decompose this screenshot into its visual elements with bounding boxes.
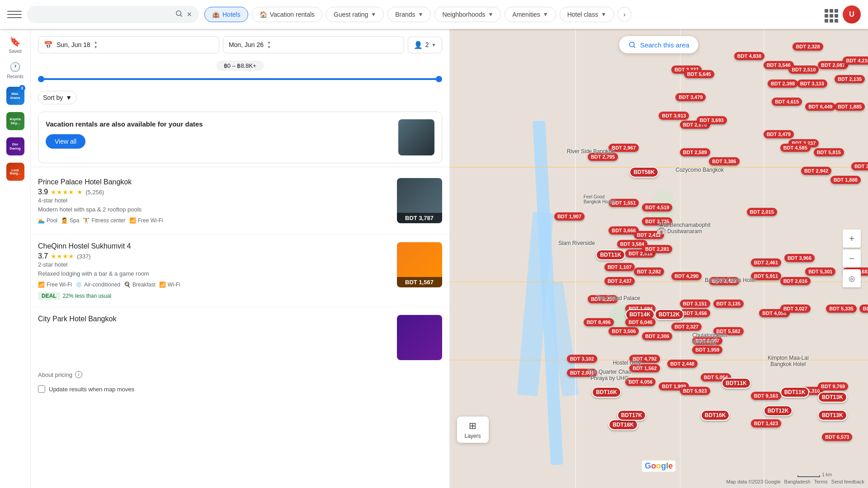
price-marker[interactable]: BDT 2,281 xyxy=(642,245,672,253)
zoom-out-button[interactable]: − xyxy=(843,249,861,267)
view-all-button[interactable]: View all xyxy=(46,134,85,149)
about-pricing[interactable]: About pricing i xyxy=(31,367,449,382)
price-marker[interactable]: BDT 2,015 xyxy=(747,208,777,216)
checkout-arrows[interactable]: ▲ ▼ xyxy=(267,40,271,49)
sidebar-item-watthana[interactable]: Wat-thana 3 xyxy=(2,83,29,108)
slider-thumb-left[interactable] xyxy=(38,76,44,82)
price-marker[interactable]: BDT 9,769 xyxy=(818,382,848,390)
location-button[interactable]: ◎ xyxy=(843,269,861,287)
price-marker[interactable]: BDT 3,107 xyxy=(851,162,868,170)
tab-amenities[interactable]: Amenities ▼ xyxy=(505,7,556,22)
price-marker-featured[interactable]: BDT18K xyxy=(609,419,638,430)
price-marker[interactable]: BDT 3,297 xyxy=(588,295,618,303)
price-marker[interactable]: BDT 5,582 xyxy=(713,327,744,335)
price-marker[interactable]: BDT 5,335 xyxy=(826,305,856,313)
tab-vacation-rentals[interactable]: 🏠 Vacation rentals xyxy=(252,7,322,22)
price-marker[interactable]: BDT 5,301 xyxy=(805,267,835,276)
price-marker-featured[interactable]: BDT11K xyxy=(780,387,810,398)
avatar[interactable]: U xyxy=(843,5,861,23)
price-marker[interactable]: BDT 2,135 xyxy=(835,75,865,83)
price-marker-featured[interactable]: BDT13K xyxy=(818,410,847,421)
down-arrow[interactable]: ▼ xyxy=(94,45,98,49)
tab-guest-rating[interactable]: Guest rating ▼ xyxy=(326,7,384,22)
price-marker[interactable]: BDT 3,693 xyxy=(697,116,727,124)
price-marker-featured[interactable]: BDT11K xyxy=(596,249,625,260)
price-marker[interactable]: BDT 6,449 xyxy=(805,103,835,111)
price-marker[interactable]: BDT 4,792 xyxy=(629,355,660,363)
price-marker[interactable]: BDT 3,456 xyxy=(680,309,710,317)
sidebar-item-saved[interactable]: 🔖 Saved xyxy=(2,33,29,58)
price-marker[interactable]: BDT 3,429 xyxy=(709,277,739,285)
price-marker[interactable]: BDT 2,006 xyxy=(567,369,597,377)
price-marker[interactable]: BDT 5,923 xyxy=(680,387,710,395)
layers-button[interactable]: ⊞ Layers xyxy=(457,417,489,443)
price-marker[interactable]: BDT 6,573 xyxy=(822,433,852,441)
google-apps-icon[interactable] xyxy=(823,7,837,22)
price-marker[interactable]: BDT 2,589 xyxy=(680,148,710,156)
price-marker[interactable]: BDT 3,506 xyxy=(609,327,639,335)
menu-icon[interactable] xyxy=(7,7,22,22)
tab-hotel-class[interactable]: Hotel class ▼ xyxy=(560,7,614,22)
price-marker[interactable]: BDT 5,815 xyxy=(814,148,844,156)
price-marker[interactable]: BDT 3,102 xyxy=(567,355,597,363)
sidebar-item-din-daeng[interactable]: DinDaeng xyxy=(2,134,29,159)
send-feedback-link[interactable]: Send feedback xyxy=(831,479,864,484)
price-marker[interactable]: BDT 6,046 xyxy=(625,318,656,326)
price-marker[interactable]: BDT 1,888 xyxy=(830,176,861,184)
clear-icon[interactable]: × xyxy=(187,10,192,19)
price-marker-featured[interactable]: BDT58K xyxy=(629,167,659,178)
price-marker[interactable]: BDT 2,437 xyxy=(604,277,635,285)
price-marker[interactable]: BDT 4,216 xyxy=(843,56,868,65)
price-marker[interactable]: BDT 4,519 xyxy=(642,203,672,211)
price-marker[interactable]: BDT 2,328 xyxy=(793,42,823,51)
price-marker[interactable]: BDT 2,510 xyxy=(788,66,819,74)
terms-link[interactable]: Terms xyxy=(814,479,828,484)
guest-picker[interactable]: 👤 2 ▼ xyxy=(408,37,442,53)
search-input[interactable]: bangok hotels xyxy=(34,10,171,19)
sidebar-item-aspira[interactable]: AspiraSky... xyxy=(2,108,29,134)
tab-brands[interactable]: Brands ▼ xyxy=(387,7,431,22)
checkin-arrows[interactable]: ▲ ▼ xyxy=(94,40,98,49)
price-marker[interactable]: BDT 2,327 xyxy=(671,323,702,331)
price-marker[interactable]: BDT 6,097 xyxy=(692,337,722,345)
hotel-card-prince-palace[interactable]: Prince Palace Hotel Bangkok 3.9 ★★★★ ★ (… xyxy=(31,171,449,235)
price-marker[interactable]: BDT 1,907 xyxy=(554,212,585,221)
sort-button[interactable]: Sort by ▼ xyxy=(38,91,77,104)
price-marker[interactable]: BDT 2,942 xyxy=(801,167,831,175)
price-marker[interactable]: BDT 1,423 xyxy=(751,419,781,427)
price-marker-featured[interactable]: BDT13K xyxy=(818,392,847,403)
price-marker[interactable]: BDT 3,479 xyxy=(675,93,706,101)
price-marker[interactable]: BDT 4,056 xyxy=(625,378,656,386)
price-marker[interactable]: BDT 4,585 xyxy=(780,144,811,152)
price-marker-featured[interactable]: BDT11K xyxy=(722,378,751,389)
price-marker[interactable]: BDT 3,133 xyxy=(797,80,827,88)
price-marker-featured[interactable]: BDT16K xyxy=(592,387,621,398)
up-arrow[interactable]: ▲ xyxy=(94,40,98,44)
checkout-picker[interactable]: Mon, Jun 26 ▲ ▼ xyxy=(223,36,404,53)
tab-hotels[interactable]: 🏨 Hotels xyxy=(204,7,248,22)
price-marker[interactable]: BDT 5,645 xyxy=(684,70,714,78)
up-arrow[interactable]: ▲ xyxy=(267,40,271,44)
price-marker[interactable]: BDT 9,163 xyxy=(751,392,781,400)
slider-thumb-right[interactable] xyxy=(436,76,442,82)
price-marker[interactable]: BDT 8,840 xyxy=(859,305,868,313)
price-marker-featured[interactable]: BDT17K xyxy=(617,410,646,421)
price-marker[interactable]: BDT 2,967 xyxy=(609,144,639,152)
price-marker[interactable]: BDT 2,448 xyxy=(667,360,698,368)
checkin-picker[interactable]: 📅 Sun, Jun 18 ▲ ▼ xyxy=(38,36,219,53)
down-arrow[interactable]: ▼ xyxy=(267,45,271,49)
price-marker-featured[interactable]: BDT12K xyxy=(764,405,793,416)
price-marker[interactable]: BDT 3,151 xyxy=(680,300,710,308)
price-marker[interactable]: BDT 3,135 xyxy=(713,300,744,308)
price-marker[interactable]: BDT 4,615 xyxy=(772,98,802,106)
price-marker[interactable]: BDT 3,479 xyxy=(764,130,794,138)
tab-neighborhoods[interactable]: Neighborhoods ▼ xyxy=(434,7,501,22)
search-icon[interactable] xyxy=(175,9,183,19)
price-slider[interactable] xyxy=(38,75,442,84)
price-marker[interactable]: BDT 2,616 xyxy=(780,277,811,285)
search-this-area-button[interactable]: Search this area xyxy=(619,36,698,53)
price-marker[interactable]: BDT 3,027 xyxy=(780,305,811,313)
price-marker[interactable]: BDT 1,551 xyxy=(609,199,639,207)
price-marker[interactable]: BDT 5,911 xyxy=(751,272,781,280)
price-marker-featured[interactable]: BDT16K xyxy=(701,410,730,421)
